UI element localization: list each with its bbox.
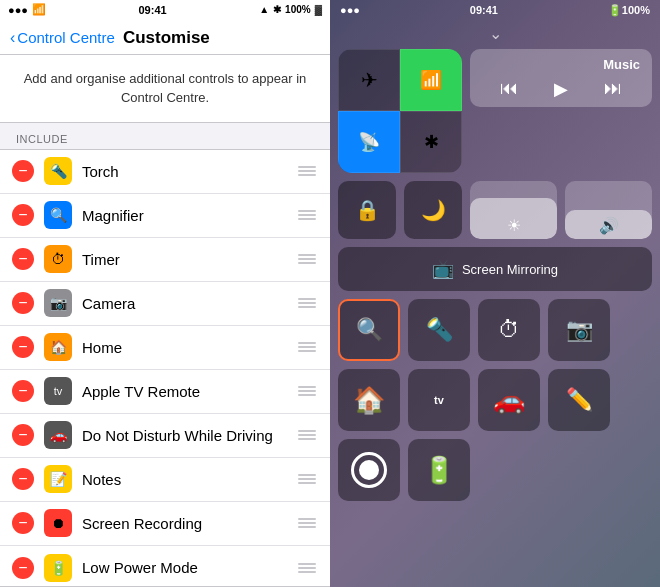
music-widget: Music ⏮ ▶ ⏭ [470, 49, 652, 107]
do-not-disturb-button[interactable]: 🌙 [404, 181, 462, 239]
low-power-icon: 🔋 [44, 554, 72, 582]
home-icon: 🏠 [44, 333, 72, 361]
page-title: Customise [123, 28, 210, 48]
drag-handle[interactable] [296, 252, 318, 266]
drag-handle[interactable] [296, 516, 318, 530]
home-label: Home [82, 339, 296, 356]
cc-grid: ✈ 📶 📡 ✱ Music ⏮ ▶ ⏭ 🔒 🌙 ☀ [330, 49, 660, 501]
cc-row-1: ✈ 📶 📡 ✱ Music ⏮ ▶ ⏭ [338, 49, 652, 173]
cc-row-5: 🏠 tv 🚗 ✏️ [338, 369, 652, 431]
notes-icon: 📝 [44, 465, 72, 493]
signal-icon: ●●● [8, 4, 28, 16]
wifi-button[interactable]: 📡 [338, 111, 400, 173]
next-track-button[interactable]: ⏭ [604, 78, 622, 99]
cc-row-2: 🔒 🌙 ☀ 🔊 [338, 181, 652, 239]
appletv-icon: tv [44, 377, 72, 405]
volume-icon: 🔊 [599, 216, 619, 235]
navigation-bar: ‹ Control Centre Customise [0, 20, 330, 55]
appletv-cc-button[interactable]: tv [408, 369, 470, 431]
magnifier-label: Magnifier [82, 207, 296, 224]
gps-icon: ▲ [259, 4, 269, 15]
drag-handle[interactable] [296, 208, 318, 222]
cc-battery-status: 🔋100% [608, 4, 650, 17]
edit-cc-button[interactable]: ✏️ [548, 369, 610, 431]
clock: 09:41 [139, 4, 167, 16]
list-item: − 🔋 Low Power Mode [0, 546, 330, 587]
remove-lowpower-button[interactable]: − [12, 557, 34, 579]
screen-record-cc-button[interactable] [338, 439, 400, 501]
notes-label: Notes [82, 471, 296, 488]
timer-label: Timer [82, 251, 296, 268]
screen-recording-label: Screen Recording [82, 515, 296, 532]
list-item: − 🔦 Torch [0, 150, 330, 194]
brightness-slider[interactable]: ☀ [470, 181, 557, 239]
control-centre-panel: ●●● 09:41 🔋100% ⌄ ✈ 📶 📡 ✱ Music ⏮ ▶ ⏭ [330, 0, 660, 587]
bluetooth-icon: ✱ [273, 4, 281, 15]
drag-handle[interactable] [296, 340, 318, 354]
remove-torch-button[interactable]: − [12, 160, 34, 182]
music-title: Music [482, 57, 640, 72]
chevron-left-icon: ‹ [10, 29, 15, 47]
battery-label: 100% [285, 4, 311, 15]
drag-handle[interactable] [296, 384, 318, 398]
list-item: − ⏱ Timer [0, 238, 330, 282]
record-ring [351, 452, 387, 488]
list-item: − 📝 Notes [0, 458, 330, 502]
drag-handle[interactable] [296, 428, 318, 442]
music-controls: ⏮ ▶ ⏭ [482, 78, 640, 100]
camera-label: Camera [82, 295, 296, 312]
cc-row-4: 🔍 🔦 ⏱ 📷 [338, 299, 652, 361]
timer-cc-button[interactable]: ⏱ [478, 299, 540, 361]
drag-handle[interactable] [296, 296, 318, 310]
low-power-label: Low Power Mode [82, 559, 296, 576]
list-item: − tv Apple TV Remote [0, 370, 330, 414]
magnifier-cc-button[interactable]: 🔍 [338, 299, 400, 361]
torch-cc-button[interactable]: 🔦 [408, 299, 470, 361]
airplane-mode-button[interactable]: ✈ [338, 49, 400, 111]
list-item: − ⏺ Screen Recording [0, 502, 330, 546]
brightness-icon: ☀ [507, 216, 521, 235]
cc-row-6: 🔋 [338, 439, 652, 501]
drag-handle[interactable] [296, 164, 318, 178]
remove-dnd-button[interactable]: − [12, 424, 34, 446]
torch-icon: 🔦 [44, 157, 72, 185]
remove-timer-button[interactable]: − [12, 248, 34, 270]
screen-mirroring-button[interactable]: 📺 Screen Mirroring [338, 247, 652, 291]
record-dot [359, 460, 379, 480]
list-item: − 📷 Camera [0, 282, 330, 326]
camera-cc-button[interactable]: 📷 [548, 299, 610, 361]
status-bar-right: ▲ ✱ 100% ▓ [259, 4, 322, 15]
bluetooth-button[interactable]: ✱ [400, 111, 462, 173]
play-button[interactable]: ▶ [554, 78, 568, 100]
remove-appletv-button[interactable]: − [12, 380, 34, 402]
drag-handle[interactable] [296, 561, 318, 575]
previous-track-button[interactable]: ⏮ [500, 78, 518, 99]
screen-mirroring-icon: 📺 [432, 258, 454, 280]
list-item: − 🔍 Magnifier [0, 194, 330, 238]
remove-camera-button[interactable]: − [12, 292, 34, 314]
volume-slider[interactable]: 🔊 [565, 181, 652, 239]
remove-magnifier-button[interactable]: − [12, 204, 34, 226]
chevron-down-icon: ⌄ [489, 24, 502, 43]
back-button[interactable]: ‹ Control Centre [10, 29, 115, 47]
remove-notes-button[interactable]: − [12, 468, 34, 490]
wifi-icon: 📶 [32, 3, 46, 16]
cellular-button[interactable]: 📶 [400, 49, 462, 111]
remove-screenrec-button[interactable]: − [12, 512, 34, 534]
connectivity-grid: ✈ 📶 📡 ✱ [338, 49, 462, 173]
remove-home-button[interactable]: − [12, 336, 34, 358]
dnd-driving-icon: 🚗 [44, 421, 72, 449]
back-label: Control Centre [17, 29, 115, 46]
camera-icon: 📷 [44, 289, 72, 317]
dnd-label: Do Not Disturb While Driving [82, 427, 296, 444]
car-cc-button[interactable]: 🚗 [478, 369, 540, 431]
include-list: − 🔦 Torch − 🔍 Magnifier − ⏱ Timer − 📷 Ca… [0, 149, 330, 587]
drag-handle[interactable] [296, 472, 318, 486]
battery-cc-button[interactable]: 🔋 [408, 439, 470, 501]
status-bar: ●●● 📶 09:41 ▲ ✱ 100% ▓ [0, 0, 330, 20]
rotation-lock-button[interactable]: 🔒 [338, 181, 396, 239]
cc-status-bar: ●●● 09:41 🔋100% [330, 0, 660, 20]
home-cc-button[interactable]: 🏠 [338, 369, 400, 431]
torch-label: Torch [82, 163, 296, 180]
status-bar-left: ●●● 📶 [8, 3, 46, 16]
